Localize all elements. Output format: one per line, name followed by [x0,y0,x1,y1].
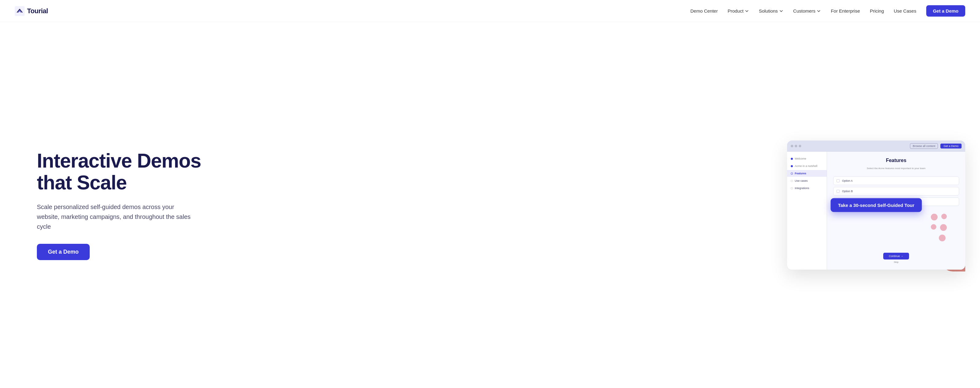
nav-cta-button[interactable]: Get a Demo [926,5,965,17]
mockup-sidebar-dot [791,172,793,175]
deco-dot [931,214,938,220]
nav-link-use-cases[interactable]: Use Cases [894,8,916,14]
mockup-dots [791,145,801,147]
mockup-option-text-1: Option A [842,179,853,182]
mockup-dot-1 [791,145,793,147]
mockup-option-check-2[interactable] [837,190,840,193]
mockup-topbar-buttons: Browse all content Get a Demo [910,143,962,149]
hero-right: Browse all content Get a Demo Welcome [455,141,965,270]
mockup-get-demo-button[interactable]: Get a Demo [940,144,962,148]
mockup-sidebar-dot [791,165,793,167]
mockup-sidebar-item-usecases[interactable]: Use cases [787,177,827,184]
nav-links: Demo Center Product Solutions Customers [690,5,965,17]
chevron-down-icon [745,9,749,13]
mockup-browse-button[interactable]: Browse all content [910,143,938,149]
hero-subtitle: Scale personalized self-guided demos acr… [37,202,197,232]
mockup-sidebar-item-acme[interactable]: Acme in a nutshell [787,163,827,169]
nav-item-customers[interactable]: Customers [793,8,821,14]
demo-mockup: Browse all content Get a Demo Welcome [787,141,965,270]
mockup-content-title: Features [833,158,959,163]
logo[interactable]: Tourial [15,6,48,16]
nav-link-customers[interactable]: Customers [793,8,821,14]
logo-text: Tourial [27,7,48,15]
mockup-sidebar-dot [791,158,793,160]
nav-link-product[interactable]: Product [727,8,749,14]
deco-dot [931,224,936,230]
deco-dot [940,224,947,231]
mockup-option-check-1[interactable] [837,179,840,182]
deco-dot [941,214,947,219]
tourial-logo-icon [15,6,25,16]
nav-link-enterprise[interactable]: For Enterprise [831,8,860,14]
mockup-sidebar-item-integrations[interactable]: Integrations [787,185,827,192]
nav-item-cta[interactable]: Get a Demo [926,5,965,17]
hero-title: Interactive Demos that Scale [37,150,455,193]
mockup-option-row-2[interactable]: Option B [833,187,959,196]
chevron-down-icon [779,9,783,13]
mockup-option-text-2: Option B [842,190,853,193]
mockup-sidebar-dot [791,187,793,189]
nav-item-solutions[interactable]: Solutions [759,8,783,14]
hero-cta-button[interactable]: Get a Demo [37,244,90,260]
mockup-continue-button[interactable]: Continue → [883,253,909,259]
svg-rect-0 [15,6,25,16]
mockup-tooltip[interactable]: Take a 30-second Self-Guided Tour [831,198,922,212]
nav-link-demo-center[interactable]: Demo Center [690,8,718,14]
nav-item-enterprise[interactable]: For Enterprise [831,8,860,14]
chevron-down-icon [816,9,821,13]
nav-link-pricing[interactable]: Pricing [870,8,884,14]
nav-item-product[interactable]: Product [727,8,749,14]
hero-left: Interactive Demos that Scale Scale perso… [37,150,455,260]
mockup-skip-link[interactable]: Skip [894,261,899,263]
nav-item-pricing[interactable]: Pricing [870,8,884,14]
mockup-content-subtitle: Select the Acme features most important … [833,167,959,170]
deco-dot [939,235,946,241]
hero-section: Interactive Demos that Scale Scale perso… [0,22,980,388]
mockup-sidebar-item-welcome[interactable]: Welcome [787,155,827,162]
mockup-option-row-1[interactable]: Option A [833,176,959,185]
mockup-bottom-buttons: Continue → Skip [833,253,959,263]
nav-link-solutions[interactable]: Solutions [759,8,783,14]
deco-dots [931,214,947,245]
mockup-sidebar: Welcome Acme in a nutshell Features [787,152,827,270]
nav-item-demo-center[interactable]: Demo Center [690,8,718,14]
mockup-topbar: Browse all content Get a Demo [787,141,965,152]
mockup-sidebar-dot [791,180,793,182]
navbar: Tourial Demo Center Product Solutions [0,0,980,22]
mockup-dot-3 [799,145,801,147]
nav-item-use-cases[interactable]: Use Cases [894,8,916,14]
mockup-sidebar-item-features[interactable]: Features [787,170,827,177]
mockup-dot-2 [795,145,797,147]
